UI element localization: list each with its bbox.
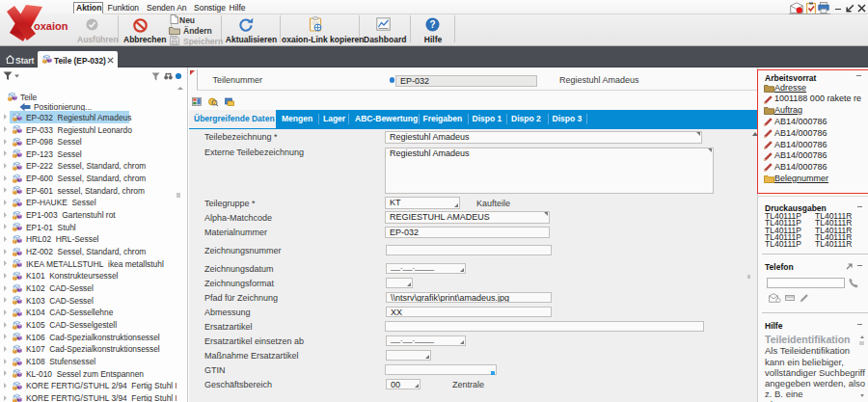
svg-text:oxaion: oxaion: [34, 20, 68, 32]
svg-text:?: ?: [429, 19, 435, 30]
